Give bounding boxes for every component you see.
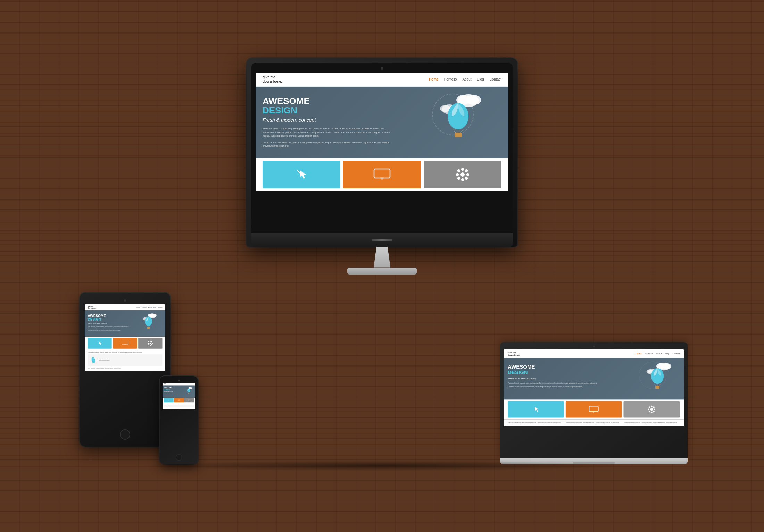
- scene-shadow: [139, 461, 625, 471]
- svg-point-18: [456, 173, 459, 176]
- svg-line-31: [149, 326, 150, 327]
- nav-blog[interactable]: Blog: [477, 77, 484, 81]
- svg-point-71: [650, 408, 653, 411]
- svg-point-57: [190, 400, 190, 401]
- monitor-screen: give the dog a bone. Home Portfolio Abou…: [256, 73, 508, 229]
- hero-body2: Curabitur dui nisi, vehicula sed sem vel…: [263, 141, 394, 148]
- svg-point-42: [151, 344, 152, 345]
- tablet-device: give thedog a bone. HomePortfolioAboutBl…: [80, 293, 170, 447]
- hero-subtitle: Fresh & modern concept: [263, 117, 394, 123]
- svg-rect-32: [147, 327, 150, 329]
- svg-point-51: [189, 400, 190, 400]
- svg-point-79: [653, 406, 655, 408]
- svg-line-29: [147, 326, 148, 327]
- svg-point-56: [189, 399, 189, 400]
- svg-rect-68: [589, 406, 598, 411]
- nav-portfolio[interactable]: Portfolio: [444, 77, 457, 81]
- tablet-screen: give thedog a bone. HomePortfolioAboutBl…: [85, 304, 165, 426]
- svg-point-20: [457, 169, 460, 172]
- monitor-camera: [381, 67, 383, 70]
- svg-point-54: [188, 400, 189, 400]
- desktop-monitor: give the dog a bone. Home Portfolio Abou…: [247, 58, 517, 275]
- svg-rect-10: [455, 133, 462, 137]
- tablet-camera: [124, 299, 126, 302]
- desktop-logo: give the dog a bone.: [263, 75, 282, 84]
- svg-point-2: [466, 95, 481, 105]
- svg-point-78: [649, 411, 650, 412]
- svg-point-76: [649, 406, 650, 408]
- feature-card-gray: [424, 161, 501, 188]
- phone-home-button[interactable]: [176, 454, 182, 461]
- svg-rect-33: [122, 341, 128, 345]
- svg-point-73: [651, 411, 653, 413]
- laptop-screen: give thedog a bone. Home Portfolio About…: [504, 349, 684, 457]
- nav-contact[interactable]: Contact: [490, 77, 501, 81]
- svg-point-37: [150, 340, 151, 341]
- nav-home[interactable]: Home: [429, 77, 439, 81]
- laptop-device: give thedog a bone. Home Portfolio About…: [500, 342, 688, 464]
- phone-device: give thedog a bone. AWESOME DESIGN Fresh…: [160, 376, 198, 464]
- nav-about[interactable]: About: [462, 77, 471, 81]
- svg-point-21: [465, 177, 468, 180]
- svg-point-17: [461, 178, 464, 181]
- svg-point-36: [150, 342, 151, 344]
- phone-screen: give thedog a bone. AWESOME DESIGN Fresh…: [163, 383, 195, 452]
- svg-point-22: [457, 177, 460, 180]
- svg-point-75: [654, 408, 656, 410]
- background: give the dog a bone. Home Portfolio Abou…: [0, 0, 764, 532]
- phone-camera: [178, 380, 180, 381]
- hero-title-colored: DESIGN: [263, 106, 394, 115]
- svg-point-6: [448, 103, 468, 129]
- svg-line-9: [460, 129, 463, 133]
- svg-rect-12: [374, 169, 390, 178]
- svg-point-55: [190, 400, 190, 400]
- svg-point-23: [465, 169, 468, 172]
- svg-point-39: [148, 343, 149, 344]
- monitor-stand-neck: [368, 247, 396, 268]
- feature-card-orange: [343, 161, 421, 188]
- svg-line-7: [453, 129, 456, 133]
- svg-point-53: [189, 400, 189, 401]
- svg-point-72: [651, 405, 653, 407]
- monitor-stand-base: [347, 268, 417, 275]
- svg-point-77: [653, 411, 655, 412]
- feature-card-blue: [263, 161, 340, 188]
- svg-point-74: [648, 408, 650, 410]
- svg-point-40: [152, 343, 153, 344]
- svg-point-15: [460, 172, 465, 177]
- monitor-logo-decoration: [372, 239, 392, 241]
- hero-title: AWESOME: [263, 96, 394, 106]
- laptop-camera: [593, 346, 595, 347]
- svg-point-43: [148, 344, 149, 345]
- svg-rect-50: [178, 399, 180, 401]
- svg-point-41: [148, 341, 149, 342]
- svg-point-16: [461, 168, 464, 171]
- tablet-home-button[interactable]: [120, 429, 130, 440]
- scene: give the dog a bone. Home Portfolio Abou…: [69, 58, 695, 474]
- hero-body1: Praesent blandit vulputate justo eget eg…: [263, 127, 394, 138]
- svg-point-52: [189, 399, 189, 399]
- svg-point-19: [466, 173, 469, 176]
- svg-point-38: [150, 345, 151, 346]
- balloon-illustration: [435, 90, 481, 144]
- svg-point-44: [151, 341, 152, 342]
